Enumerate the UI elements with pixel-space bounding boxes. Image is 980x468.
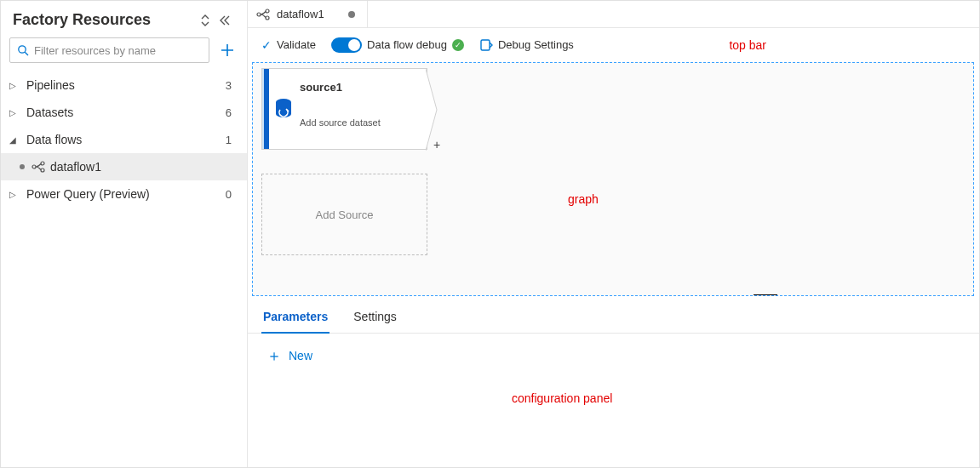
tree-group-label: Data flows: [26, 133, 226, 146]
plus-icon: ＋: [266, 350, 282, 362]
svg-line-1: [25, 52, 28, 55]
svg-point-7: [266, 16, 269, 20]
tree-group-count: 0: [226, 188, 232, 201]
main: dataflow1 ✓ Validate Data flow debug ✓ D…: [248, 1, 979, 467]
new-parameter-button[interactable]: ＋ New: [266, 349, 312, 362]
tree-group-label: Datasets: [26, 106, 226, 119]
sidebar-header: Factory Resources: [1, 1, 247, 37]
dataflow-icon: [256, 8, 270, 21]
add-branch-button[interactable]: +: [433, 138, 440, 151]
tree-group-count: 1: [226, 134, 232, 146]
tree-group-label: Pipelines: [26, 78, 226, 92]
config-body: ＋ New: [248, 334, 979, 379]
tab-parameters[interactable]: Parameters: [261, 303, 330, 334]
debug-settings-button[interactable]: Debug Settings: [479, 38, 574, 52]
config-tabs: Parameters Settings: [248, 300, 979, 334]
validate-button[interactable]: ✓ Validate: [261, 38, 316, 52]
validate-label: Validate: [277, 38, 316, 51]
search-input[interactable]: [34, 44, 202, 57]
new-label: New: [289, 349, 312, 362]
tree-group-pipelines[interactable]: ▷ Pipelines 3: [1, 71, 247, 99]
add-resource-button[interactable]: [216, 39, 238, 61]
chevron-right-icon: ▷: [9, 81, 21, 90]
annotation-config: configuration panel: [512, 391, 612, 405]
app-root: Factory Resources ▷ Pipelines 3: [0, 0, 980, 468]
tree-item-label: dataflow1: [50, 160, 101, 174]
annotation-topbar: top bar: [729, 38, 766, 52]
dataflow-icon: [32, 160, 45, 174]
source-node-title: source1: [300, 81, 381, 94]
tree-group-label: Power Query (Preview): [26, 187, 226, 201]
dirty-dot-icon: [348, 11, 355, 18]
debug-toggle-label: Data flow debug: [367, 38, 447, 51]
source-node-stripe: [262, 69, 269, 149]
graph-canvas[interactable]: source1 Add source dataset + Add Source …: [252, 62, 974, 296]
add-source-button[interactable]: Add Source: [261, 174, 427, 255]
tree-group-count: 3: [226, 79, 232, 92]
source-node-subtitle: Add source dataset: [300, 117, 381, 128]
svg-rect-8: [481, 40, 490, 50]
top-bar: ✓ Validate Data flow debug ✓ Debug Setti…: [248, 28, 979, 62]
sidebar: Factory Resources ▷ Pipelines 3: [1, 1, 248, 467]
sidebar-search-row: [1, 37, 247, 68]
tree-group-count: 6: [226, 106, 232, 119]
toggle-switch-icon: [331, 37, 362, 53]
dirty-dot-icon: [20, 164, 25, 169]
tab-dataflow1[interactable]: dataflow1: [248, 1, 368, 27]
collapse-sidebar-icon[interactable]: [218, 14, 237, 26]
chevron-down-icon: ◢: [9, 135, 21, 145]
debug-settings-label: Debug Settings: [498, 38, 574, 51]
add-source-label: Add Source: [316, 208, 374, 221]
annotation-graph: graph: [568, 192, 599, 206]
source-node-source1[interactable]: source1 Add source dataset: [261, 68, 427, 150]
check-icon: ✓: [261, 38, 272, 52]
debug-settings-icon: [479, 38, 493, 52]
tab-label: dataflow1: [277, 8, 324, 20]
svg-point-4: [41, 168, 44, 172]
resource-tree: ▷ Pipelines 3 ▷ Datasets 6 ◢ Data flows …: [1, 68, 247, 208]
tree-group-powerquery[interactable]: ▷ Power Query (Preview) 0: [1, 180, 247, 208]
svg-point-3: [41, 162, 44, 165]
chevron-right-icon: ▷: [9, 190, 21, 199]
search-icon: [17, 44, 29, 56]
chevron-right-icon: ▷: [9, 108, 21, 117]
dataset-icon: [269, 69, 298, 149]
expand-all-icon[interactable]: [199, 14, 218, 26]
debug-status-ok-icon: ✓: [452, 39, 464, 51]
configuration-panel: Parameters Settings ＋ New configuration …: [248, 296, 979, 467]
source-node-body: source1 Add source dataset: [298, 69, 386, 149]
tree-group-datasets[interactable]: ▷ Datasets 6: [1, 99, 247, 126]
svg-point-5: [257, 13, 261, 16]
sidebar-title: Factory Resources: [13, 11, 199, 29]
tab-bar: dataflow1: [248, 1, 979, 28]
svg-point-6: [266, 9, 269, 13]
tree-item-dataflow1[interactable]: dataflow1: [1, 153, 247, 180]
dataflow-debug-toggle[interactable]: Data flow debug ✓: [331, 37, 464, 53]
tab-settings[interactable]: Settings: [352, 303, 398, 333]
search-input-wrapper[interactable]: [9, 37, 209, 63]
svg-point-2: [32, 165, 36, 168]
svg-point-0: [19, 46, 26, 53]
tree-group-dataflows[interactable]: ◢ Data flows 1: [1, 126, 247, 153]
